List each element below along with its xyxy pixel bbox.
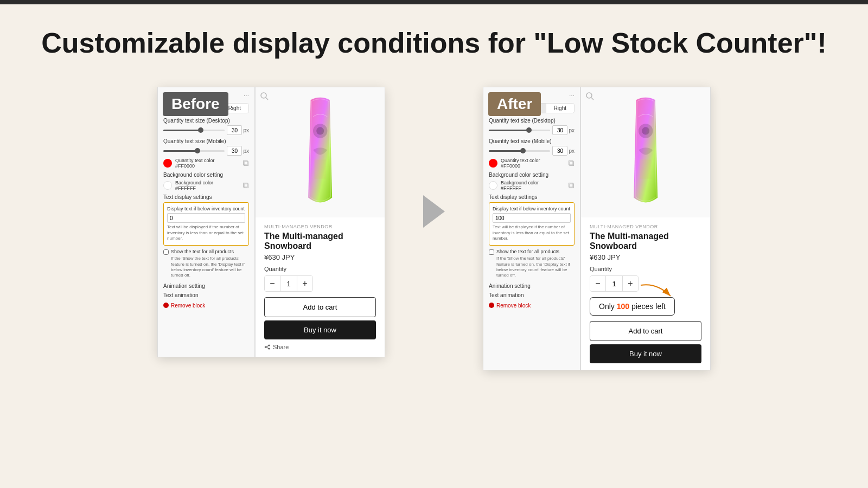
- before-inventory-hint: Text will be displayed if the number of …: [167, 224, 245, 241]
- before-header-icons: ⋯: [244, 93, 249, 99]
- before-checkbox-label: Show the text for all products: [171, 249, 234, 255]
- after-buy-now-button[interactable]: Buy it now: [590, 344, 701, 363]
- before-inventory-input[interactable]: 0: [167, 213, 245, 223]
- after-qty-mobile-value[interactable]: 30: [552, 146, 567, 156]
- after-remove-block[interactable]: Remove block: [489, 303, 575, 309]
- after-product-name: The Multi-managed Snowboard: [590, 232, 701, 251]
- before-settings-panel: k Coun... ⋯ Left Center Right Quantity t…: [157, 87, 255, 357]
- svg-point-15: [586, 93, 592, 98]
- before-remove-block[interactable]: Remove block: [163, 303, 249, 309]
- before-animation-label: Animation setting: [163, 283, 249, 289]
- before-product-image-area: [256, 87, 385, 217]
- after-bg-color-info: Background color #FFFFFF: [501, 180, 539, 191]
- before-zoom-icon[interactable]: [260, 92, 269, 100]
- before-checkbox-row: Show the text for all products: [163, 249, 249, 255]
- after-zoom-icon[interactable]: [585, 92, 594, 100]
- after-qty-color-copy-icon[interactable]: [568, 160, 575, 166]
- after-qty-decrease[interactable]: −: [590, 276, 605, 291]
- before-section: Before k Coun... ⋯ Left Center Right Qua…: [157, 87, 385, 357]
- before-qty-desktop-value[interactable]: 30: [227, 125, 242, 135]
- after-qty-color-swatch[interactable]: [489, 159, 497, 168]
- stock-prefix: Only: [599, 302, 617, 311]
- after-qty-desktop-unit: px: [569, 127, 575, 133]
- after-qty-mobile-track[interactable]: [489, 150, 550, 152]
- after-bg-color-inner-label: Background color: [501, 180, 539, 185]
- arrow-shape: [423, 195, 445, 228]
- before-remove-label[interactable]: Remove block: [171, 303, 205, 309]
- before-text-display-section: Text display settings Display text if be…: [163, 194, 249, 278]
- before-qty-mobile-label: Quantity text size (Mobile): [163, 138, 249, 144]
- after-label: After: [488, 92, 541, 116]
- before-product-panel: MULTI-MANAGED VENDOR The Multi-managed S…: [255, 87, 385, 357]
- before-qty-desktop-slider-row: 30 px: [163, 125, 249, 135]
- before-bg-color-swatch[interactable]: [163, 181, 172, 190]
- before-quantity-control[interactable]: − 1 +: [264, 275, 313, 292]
- before-bg-color-label: Background color setting: [163, 172, 249, 178]
- after-inventory-hint: Text will be displayed if the number of …: [493, 224, 571, 241]
- after-inventory-field-label: Display text if below inventory count: [493, 206, 571, 211]
- before-qty-mobile-slider-row: 30 px: [163, 146, 249, 156]
- after-add-to-cart-button[interactable]: Add to cart: [590, 321, 701, 341]
- before-animation-section: Animation setting Text animation: [163, 283, 249, 298]
- before-bg-color-hex: #FFFFFF: [175, 185, 213, 191]
- before-add-to-cart-button[interactable]: Add to cart: [264, 297, 376, 317]
- before-snowboard-image: [301, 93, 339, 212]
- after-animation-label: Animation setting: [489, 283, 575, 289]
- main-content: Customizable display conditions for "Low…: [0, 4, 868, 392]
- after-checkbox-hint: If the 'Show the text for all products' …: [489, 256, 575, 279]
- after-checkbox[interactable]: [489, 249, 494, 255]
- after-qty-mobile-input: 30 px: [552, 146, 575, 156]
- after-qty-desktop-track[interactable]: [489, 130, 550, 131]
- before-panel-wrapper: k Coun... ⋯ Left Center Right Quantity t…: [157, 87, 385, 357]
- after-bg-color-swatch[interactable]: [489, 181, 497, 190]
- before-qty-increase[interactable]: +: [297, 276, 312, 291]
- after-qty-color-row: Quantity text color #FF0000: [489, 158, 575, 169]
- after-text-display-label: Text display settings: [489, 194, 575, 200]
- top-bar: [0, 0, 868, 4]
- after-checkbox-row: Show the text for all products: [489, 249, 575, 255]
- after-product-panel: MULTI-MANAGED VENDOR The Multi-managed S…: [580, 87, 711, 370]
- after-remove-label[interactable]: Remove block: [496, 303, 531, 309]
- before-qty-decrease[interactable]: −: [265, 276, 280, 291]
- before-qty-color-copy-icon[interactable]: [242, 160, 249, 166]
- before-bg-color-row: Background color #FFFFFF: [163, 180, 249, 191]
- after-text-display-section: Text display settings Display text if be…: [489, 194, 575, 278]
- after-animation-section: Animation setting Text animation: [489, 283, 575, 298]
- before-qty-desktop-track[interactable]: [163, 130, 225, 131]
- stock-annotation-arrow: [635, 280, 679, 307]
- before-qty-color-swatch[interactable]: [163, 159, 172, 168]
- before-checkbox-hint: If the 'Show the text for all products' …: [163, 256, 249, 279]
- before-text-display-label: Text display settings: [163, 194, 249, 200]
- after-quantity-control[interactable]: − 1 +: [590, 275, 639, 292]
- after-qty-mobile-label: Quantity text size (Mobile): [489, 138, 575, 144]
- after-inventory-input[interactable]: 100: [493, 213, 571, 223]
- before-bg-color-info: Background color #FFFFFF: [175, 180, 213, 191]
- after-product-image-area: [581, 87, 710, 217]
- after-bg-color-copy-icon[interactable]: [568, 182, 575, 189]
- after-snowboard-image: [627, 93, 665, 212]
- before-checkbox[interactable]: [163, 249, 169, 255]
- after-qty-color-info: Quantity text color #FF0000: [501, 158, 540, 169]
- before-qty-mobile-unit: px: [243, 148, 249, 154]
- after-qty-desktop-value[interactable]: 30: [552, 125, 567, 135]
- after-panel-wrapper: k Coun... ⋯ Left Center Right Quantity t…: [483, 87, 711, 370]
- before-share-icon[interactable]: [264, 344, 271, 350]
- before-qty-color-info: Quantity text color #FF0000: [175, 158, 215, 169]
- before-buy-now-button[interactable]: Buy it now: [264, 320, 376, 339]
- svg-point-10: [265, 346, 266, 348]
- after-quantity-label: Quantity: [590, 266, 701, 272]
- before-qty-color-label: Quantity text color: [175, 158, 215, 163]
- after-tab-right[interactable]: Right: [546, 104, 574, 113]
- before-bg-color-copy-icon[interactable]: [242, 182, 249, 189]
- before-share-label[interactable]: Share: [273, 344, 289, 350]
- before-qty-mobile-track[interactable]: [163, 150, 225, 152]
- after-qty-value: 1: [605, 276, 623, 291]
- before-qty-color-row: Quantity text color #FF0000: [163, 158, 249, 169]
- after-vendor-label: MULTI-MANAGED VENDOR: [590, 224, 701, 229]
- before-label: Before: [163, 92, 228, 116]
- after-bg-color-hex: #FFFFFF: [501, 185, 539, 191]
- before-text-display-box: Display text if below inventory count 0 …: [163, 202, 249, 245]
- after-qty-desktop-input: 30 px: [552, 125, 575, 135]
- before-qty-mobile-value[interactable]: 30: [227, 146, 242, 156]
- stock-number: 100: [617, 302, 629, 311]
